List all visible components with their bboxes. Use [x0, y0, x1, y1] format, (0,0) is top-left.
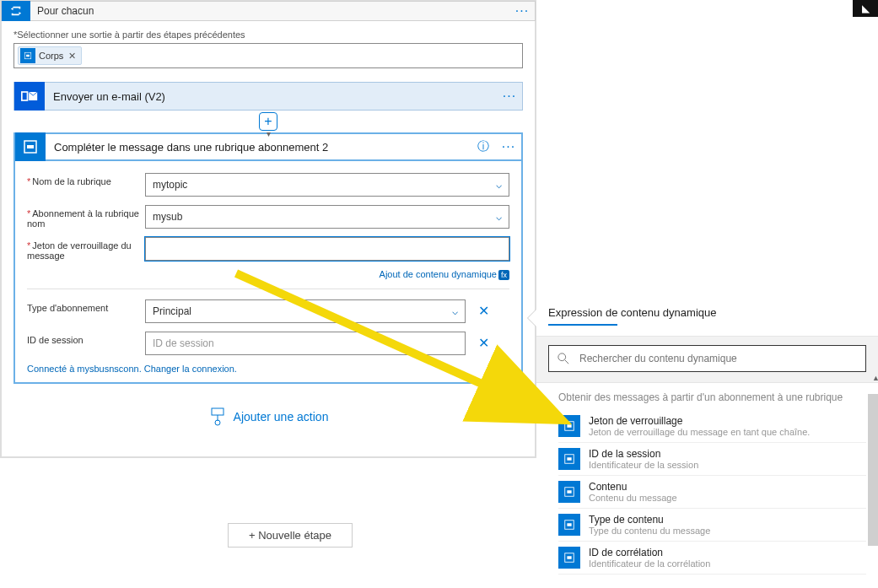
dyn-item[interactable]: Type de contenu Type du contenu du messa…	[558, 509, 866, 542]
connection-info[interactable]: Connecté à mysbusnsconn. Changer la conn…	[27, 364, 509, 374]
dyn-item-desc: Jeton de verrouillage du message en tant…	[589, 427, 810, 437]
dyn-item-title: ID de corrélation	[589, 547, 710, 558]
servicebus-icon	[558, 514, 580, 536]
insert-step[interactable]: + ▾	[13, 111, 523, 132]
panel-caret	[528, 310, 536, 326]
chevron-down-icon: ⌵	[452, 305, 458, 317]
svg-rect-1	[26, 55, 30, 57]
dyn-section-title: Obtenir des messages à partir d'un abonn…	[536, 383, 878, 410]
session-clear[interactable]: ✕	[478, 335, 489, 351]
output-chip[interactable]: Corps ✕	[18, 46, 82, 65]
svg-rect-19	[567, 523, 571, 526]
dyn-item-title: Type de contenu	[589, 514, 710, 526]
add-dynamic-content-link[interactable]: Ajout de contenu dynamiquefx	[27, 269, 509, 280]
email-action-title: Envoyer un e-mail (V2)	[45, 90, 497, 103]
chevron-down-icon: ⌵	[496, 211, 502, 223]
servicebus-icon	[558, 415, 580, 437]
svg-rect-13	[567, 424, 571, 428]
dyn-item-title: ID de la session	[589, 448, 698, 460]
add-action-icon	[208, 407, 227, 426]
servicebus-icon	[558, 481, 580, 503]
scrollbar-thumb[interactable]	[868, 394, 878, 546]
foreach-title: Pour chacun	[30, 5, 509, 17]
dyn-item-desc: Identificateur de la corrélation	[589, 558, 710, 569]
topic-select[interactable]: mytopic ⌵	[145, 173, 509, 197]
svg-rect-17	[567, 490, 571, 494]
svg-rect-7	[212, 408, 224, 415]
complete-action-body: *Nom de la rubrique mytopic ⌵ *Abonnemen…	[13, 161, 523, 384]
dyn-item-desc: Contenu du message	[589, 493, 677, 503]
complete-action-menu[interactable]: ···	[496, 144, 521, 149]
svg-point-10	[558, 353, 566, 361]
dyn-item-title: Jeton de verrouillage	[589, 415, 810, 427]
lock-token-input[interactable]	[145, 237, 509, 261]
dyn-item-desc: Type du contenu du message	[589, 526, 710, 536]
loop-icon	[2, 1, 30, 21]
scroll-up-icon[interactable]: ▲	[872, 374, 878, 382]
session-input[interactable]	[145, 332, 466, 355]
chip-remove[interactable]: ✕	[68, 51, 76, 62]
servicebus-icon	[20, 48, 35, 63]
dynamic-content-panel: Expression de contenu dynamique ▲ Obteni…	[536, 293, 878, 575]
servicebus-icon	[558, 547, 580, 569]
tab-underline	[548, 324, 617, 326]
foreach-menu[interactable]: ···	[509, 8, 535, 13]
new-step-button[interactable]: + Nouvelle étape	[228, 523, 353, 548]
dynamic-content-badge: fx	[498, 270, 509, 280]
email-action-header[interactable]: Envoyer un e-mail (V2) ···	[13, 82, 523, 111]
dyn-item-desc: Identificateur de la session	[589, 460, 698, 470]
subscription-label: *Abonnement à la rubriquenom	[27, 205, 145, 229]
svg-line-11	[565, 360, 568, 364]
select-output-label: *Sélectionner une sortie à partir des ét…	[13, 30, 523, 40]
dynamic-content-search[interactable]	[548, 345, 866, 372]
svg-rect-21	[567, 556, 571, 559]
complete-action-title: Compléter le message dans une rubrique a…	[46, 141, 477, 154]
subtype-clear[interactable]: ✕	[478, 303, 489, 319]
svg-rect-15	[567, 457, 571, 461]
foreach-header[interactable]: Pour chacun ···	[1, 1, 536, 21]
dyn-item[interactable]: ID de corrélation Identificateur de la c…	[558, 542, 866, 575]
session-label: ID de session	[27, 332, 145, 345]
subtype-label: Type d'abonnement	[27, 299, 145, 313]
chip-label: Corps	[39, 51, 63, 61]
dyn-item-title: Contenu	[589, 481, 677, 493]
add-action-button[interactable]: Ajouter une action	[208, 407, 329, 426]
email-action-menu[interactable]: ···	[497, 94, 522, 99]
top-right-button[interactable]: ◣	[853, 0, 878, 17]
svg-rect-6	[27, 145, 34, 148]
subtype-select[interactable]: Principal ⌵	[145, 299, 466, 323]
dyn-item[interactable]: ID de la session Identificateur de la se…	[558, 443, 866, 476]
subscription-select[interactable]: mysub ⌵	[145, 205, 509, 229]
servicebus-icon	[558, 448, 580, 470]
outlook-icon	[14, 82, 45, 111]
search-icon	[558, 353, 569, 364]
select-output-input[interactable]: Corps ✕	[13, 43, 523, 68]
dyn-item[interactable]: Jeton de verrouillage Jeton de verrouill…	[558, 410, 866, 443]
svg-rect-3	[23, 93, 27, 100]
info-icon[interactable]: ⓘ	[477, 139, 496, 154]
topic-label: *Nom de la rubrique	[27, 173, 145, 186]
dynamic-content-title: Expression de contenu dynamique	[536, 293, 878, 324]
dyn-item[interactable]: Contenu Contenu du message	[558, 476, 866, 509]
chevron-down-icon: ⌵	[496, 179, 502, 191]
lock-token-label: *Jeton de verrouillage dumessage	[27, 237, 145, 261]
dynamic-content-search-input[interactable]	[578, 352, 865, 365]
